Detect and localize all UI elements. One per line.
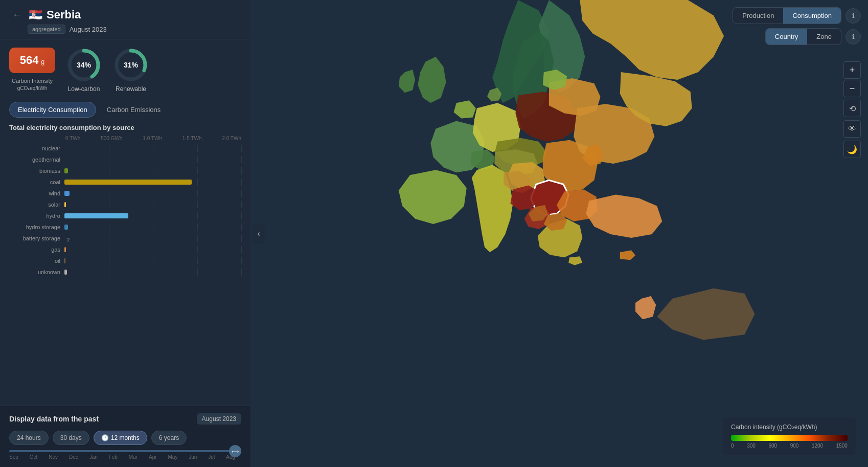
zone-btn[interactable]: Zone (807, 29, 841, 45)
low-carbon-label: Low-carbon (68, 85, 100, 93)
production-consumption-row: Production Consumption ℹ (733, 7, 861, 24)
timeline-label: Dec (69, 454, 78, 460)
renewable-metric: 31% Renewable (112, 47, 149, 93)
legend-tick: 1500 (836, 443, 848, 449)
timeline-label: May (168, 454, 177, 460)
bar-rows-container: nucleargeothermalbiomasscoalwindsolarhyd… (9, 143, 241, 277)
low-carbon-circle: 34% (65, 47, 102, 83)
bar-row-biomass: biomass (9, 166, 241, 176)
bar-row-gas: gas (9, 244, 241, 255)
bar-row-nuclear: nuclear (9, 143, 241, 153)
chart-section: Total electricity consumption by source … (0, 124, 250, 406)
legend-bar (731, 435, 848, 441)
zoom-out-btn[interactable]: − (843, 80, 861, 97)
tab-electricity[interactable]: Electricity Consumption (9, 102, 96, 118)
chart-title: Total electricity consumption by source (9, 124, 241, 131)
map-chevron-left[interactable]: ‹ (253, 224, 265, 244)
time-12m-label: 12 months (111, 434, 140, 441)
bar-row-solar: solar (9, 199, 241, 210)
timeline-label: Sep (9, 454, 18, 460)
timeline-labels: SepOctNovDecJanFebMarAprMayJunJulAug (9, 454, 241, 460)
bar-fill (64, 225, 68, 230)
legend-tick: 300 (747, 443, 756, 449)
slider-track: ⟺ (9, 450, 241, 452)
bar-fill (64, 202, 66, 207)
carbon-label: Carbon Intensity (12, 77, 53, 84)
country-btn[interactable]: Country (766, 29, 808, 45)
map-icon-controls: ⟲ 👁 🌙 (843, 100, 861, 158)
time-6y[interactable]: 6 years (151, 431, 187, 445)
zoom-in-btn[interactable]: + (843, 61, 861, 79)
legend-title: Carbon intensity (gCO₂eq/kWh) (731, 424, 848, 431)
slider-thumb[interactable]: ⟺ (229, 445, 241, 457)
bar-label: geothermal (9, 157, 64, 163)
display-header: Display data from the past August 2023 (9, 413, 241, 425)
bar-track (64, 201, 241, 208)
timeline-label: Jan (89, 454, 98, 460)
timeline-label: Feb (109, 454, 118, 460)
time-12m[interactable]: 🕐 12 months (94, 431, 147, 445)
renewable-value: 31% (124, 61, 138, 69)
bar-row-hydro: hydro (9, 211, 241, 221)
bar-row-battery-storage: battery storage? (9, 233, 241, 243)
map-area: ‹ (250, 0, 868, 467)
carbon-value: 564 (20, 54, 39, 66)
bar-track (64, 257, 241, 264)
current-date-badge: August 2023 (197, 413, 241, 425)
back-button[interactable]: ← (9, 9, 25, 21)
bar-fill (64, 247, 66, 252)
layer-icon-btn[interactable]: 👁 (843, 120, 861, 138)
production-btn[interactable]: Production (733, 8, 783, 24)
bar-label: hydro storage (9, 224, 64, 230)
timeline-label: Jun (189, 454, 197, 460)
renewable-label: Renewable (116, 85, 146, 93)
bar-fill (64, 191, 70, 196)
timeline-label: Oct (30, 454, 38, 460)
timeline-label: Apr (149, 454, 157, 460)
axis-2: 1.0 TWh (143, 136, 162, 141)
bar-fill (64, 180, 192, 185)
map-zoom-controls: + − (843, 61, 861, 97)
bar-row-oil: oil (9, 256, 241, 266)
consumption-btn[interactable]: Consumption (783, 8, 841, 24)
country-zone-toggle: Country Zone (765, 28, 841, 45)
time-24h[interactable]: 24 hours (9, 431, 49, 445)
timeline-label: Nov (49, 454, 58, 460)
bar-row-wind: wind (9, 188, 241, 198)
country-zone-row: Country Zone ℹ (733, 28, 861, 45)
bar-track (64, 246, 241, 253)
country-zone-info-btn[interactable]: ℹ (846, 29, 861, 45)
bar-label: gas (9, 247, 64, 253)
time-buttons: 24 hours 30 days 🕐 12 months 6 years (9, 431, 241, 445)
translate-icon-btn[interactable]: ⟲ (843, 100, 861, 117)
bar-label: unknown (9, 269, 64, 275)
bar-track: ? (64, 235, 241, 242)
bar-label: coal (9, 179, 64, 185)
display-title: Display data from the past (9, 415, 99, 423)
axis-0: 0 TWh (65, 136, 80, 141)
bar-label: battery storage (9, 235, 64, 241)
legend-ticks: 030060090012001500 (731, 443, 848, 449)
axis-4: 2.0 TWh (222, 136, 241, 141)
carbon-label-block: Carbon Intensity gCO₂eq/kWh (12, 77, 53, 91)
night-icon-btn[interactable]: 🌙 (843, 141, 861, 158)
bar-fill (64, 213, 128, 218)
tab-row: Electricity Consumption Carbon Emissions (0, 100, 250, 124)
carbon-intensity-card: 564 g (9, 48, 55, 73)
bar-track (64, 224, 241, 231)
bar-track (64, 145, 241, 152)
bar-label: solar (9, 202, 64, 208)
tab-emissions[interactable]: Carbon Emissions (98, 102, 170, 118)
low-carbon-metric: 34% Low-carbon (65, 47, 102, 93)
axis-3: 1.5 TWh (182, 136, 202, 141)
bar-row-geothermal: geothermal (9, 154, 241, 165)
prod-cons-info-btn[interactable]: ℹ (846, 8, 861, 24)
europe-map (250, 0, 868, 467)
bar-label: nuclear (9, 145, 64, 151)
bar-label: biomass (9, 168, 64, 174)
left-panel: ← 🇷🇸 Serbia aggregated August 2023 564 g… (0, 0, 250, 467)
legend-tick: 600 (768, 443, 777, 449)
time-30d[interactable]: 30 days (53, 431, 89, 445)
legend-tick: 1200 (812, 443, 823, 449)
carbon-unit: g (41, 58, 44, 65)
